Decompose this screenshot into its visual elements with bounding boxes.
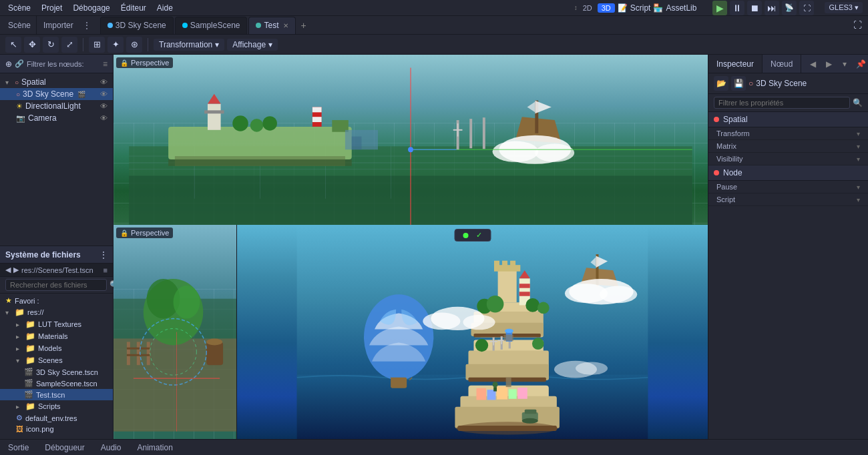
fs-res-root[interactable]: ▾ 📁 res:// xyxy=(0,306,113,318)
viewport-bottom-right[interactable]: ✓ xyxy=(237,225,708,439)
pause-btn[interactable]: ⏸ xyxy=(730,1,744,15)
menu-editeur[interactable]: Éditeur xyxy=(118,2,149,14)
gizmo-btn[interactable]: ✦ xyxy=(107,37,124,53)
menu-debogage[interactable]: Débogage xyxy=(70,2,112,14)
fs-scenes[interactable]: ▾ 📁 Scenes xyxy=(0,354,113,366)
move-btn[interactable]: ✥ xyxy=(24,37,40,53)
tab-inspecteur[interactable]: Inspecteur xyxy=(708,55,763,73)
insp-save-btn[interactable]: 💾 xyxy=(731,76,746,91)
inspector-transform[interactable]: Transform ▾ xyxy=(708,127,868,140)
local-btn[interactable]: ⊛ xyxy=(126,37,142,53)
insp-open-btn[interactable]: 📂 xyxy=(714,76,728,91)
fs-star-icon: ★ xyxy=(5,296,12,305)
inspector-matrix[interactable]: Matrix ▾ xyxy=(708,140,868,153)
fs-default-env[interactable]: ⚙ default_env.tres xyxy=(0,412,113,424)
tree-item-camera[interactable]: 📷 Camera 👁 xyxy=(0,112,113,124)
fs-scripts[interactable]: ▸ 📁 Scripts xyxy=(0,400,113,412)
mode-2d-btn[interactable]: 2D xyxy=(579,3,596,13)
fs-menu-btn[interactable]: ⋮ xyxy=(99,250,107,260)
inspector-search-icon[interactable]: 🔍 xyxy=(853,98,863,107)
tree-item-light[interactable]: ☀ DirectionalLight 👁 xyxy=(0,100,113,112)
insp-node-icon: ○ xyxy=(748,79,753,88)
insp-forward-btn[interactable]: ▶ xyxy=(821,57,836,71)
import-button[interactable]: Importer xyxy=(38,21,79,30)
tab-test[interactable]: Test ✕ xyxy=(248,17,295,34)
tabs-menu-btn[interactable]: ⋮ xyxy=(80,21,93,30)
inspector-nav: ◀ ▶ ▾ 📌 xyxy=(805,55,868,73)
bottom-tab-animation[interactable]: Animation xyxy=(134,442,175,454)
fs-back-btn[interactable]: ◀ xyxy=(5,266,11,274)
menu-scene[interactable]: Scène xyxy=(5,2,33,14)
fs-folder-icon: 📁 xyxy=(15,308,25,317)
inspector-node-section[interactable]: Node xyxy=(708,165,868,181)
menu-aide[interactable]: Aide xyxy=(154,2,176,14)
menu-projet[interactable]: Projet xyxy=(39,2,65,14)
fullscreen-btn[interactable]: ⛶ xyxy=(799,1,814,15)
viewport-top[interactable]: 🔒 Perspective xyxy=(114,55,708,225)
add-node-btn[interactable]: ⊕ xyxy=(5,59,12,69)
fs-res-arrow: ▾ xyxy=(5,309,12,316)
inspector-visibility[interactable]: Visibility ▾ xyxy=(708,153,868,165)
scene-tree-filter-icon[interactable]: ≡ xyxy=(103,59,107,69)
rotate-btn[interactable]: ↻ xyxy=(43,37,59,53)
fs-lut[interactable]: ▸ 📁 LUT Textures xyxy=(0,318,113,330)
assetlib-btn[interactable]: 🏪 AssetLib xyxy=(653,3,696,13)
bottom-tab-sortie[interactable]: Sortie xyxy=(5,442,31,454)
svg-rect-88 xyxy=(519,278,530,305)
fs-sky-file[interactable]: 🎬 3D Sky Scene.tscn xyxy=(0,366,113,378)
viewport-bottom-left[interactable]: 🔒 Perspective xyxy=(114,225,237,439)
tree-item-sky[interactable]: ○ 3D Sky Scene 🎬 👁 xyxy=(0,88,113,100)
fs-search-input[interactable] xyxy=(5,279,107,291)
insp-pin-btn[interactable]: 📌 xyxy=(853,57,868,71)
light-eye[interactable]: 👁 xyxy=(100,102,107,110)
affichage-dropdown[interactable]: Affichage ▾ xyxy=(227,39,278,51)
node-dot xyxy=(714,170,719,175)
select-btn[interactable]: ↖ xyxy=(5,37,21,53)
transform-dropdown[interactable]: Transformation ▾ xyxy=(154,39,224,51)
camera-eye[interactable]: 👁 xyxy=(100,114,107,122)
sky-eye[interactable]: 👁 xyxy=(100,90,107,98)
transform-prop-arrow: ▾ xyxy=(857,130,860,137)
svg-rect-110 xyxy=(509,389,517,398)
tab-noeud[interactable]: Nœud xyxy=(763,55,801,73)
fs-models[interactable]: ▸ 📁 Models xyxy=(0,342,113,354)
snap-btn[interactable]: ⊞ xyxy=(89,37,105,53)
step-btn[interactable]: ⏭ xyxy=(765,1,779,15)
scale-btn[interactable]: ⤢ xyxy=(61,37,77,53)
play-btn[interactable]: ▶ xyxy=(712,1,727,15)
camera-icon: 📷 xyxy=(16,114,25,123)
stop-btn[interactable]: ⏹ xyxy=(747,1,762,15)
insp-history-btn[interactable]: ▾ xyxy=(837,57,852,71)
inspector-search-input[interactable] xyxy=(714,97,850,109)
sky-circle-icon: ○ xyxy=(16,91,20,98)
tab-test-close[interactable]: ✕ xyxy=(283,22,288,29)
script-label: Script xyxy=(630,3,651,13)
fs-icon-png[interactable]: 🖼 icon.png xyxy=(0,424,113,434)
link-node-btn[interactable]: 🔗 xyxy=(15,59,24,68)
spatial-eye[interactable]: 👁 xyxy=(100,78,107,86)
fullscreen-viewport-btn[interactable]: ⛶ xyxy=(849,17,865,33)
fs-forward-btn[interactable]: ▶ xyxy=(13,266,19,274)
fs-favorites: ★ Favori : xyxy=(0,295,113,306)
inspector-spatial-section[interactable]: Spatial xyxy=(708,112,868,127)
fs-materials[interactable]: ▸ 📁 Materials xyxy=(0,330,113,342)
fs-sample-file[interactable]: 🎬 SampleScene.tscn xyxy=(0,378,113,389)
fs-test-file[interactable]: 🎬 Test.tscn xyxy=(0,389,113,400)
tab-sky-scene[interactable]: 3D Sky Scene xyxy=(100,17,174,34)
insp-back-btn[interactable]: ◀ xyxy=(805,57,820,71)
scene-search-input[interactable]: Filtrer les nœuds: xyxy=(27,60,100,68)
add-tab-btn[interactable]: + xyxy=(297,20,310,31)
bottom-tab-debogueur[interactable]: Débogueur xyxy=(42,442,87,454)
svg-rect-117 xyxy=(525,410,537,414)
tab-sample-scene[interactable]: SampleScene xyxy=(175,17,248,34)
inspector-pause[interactable]: Pause ▾ xyxy=(708,181,868,193)
spatial-label: Spatial xyxy=(21,77,46,87)
sync-btn[interactable]: 📡 xyxy=(782,1,797,15)
inspector-script[interactable]: Script ▾ xyxy=(708,193,868,206)
script-btn[interactable]: 📝 Script xyxy=(618,3,651,13)
gles-badge[interactable]: GLES3 ▾ xyxy=(825,2,863,13)
tree-item-spatial[interactable]: ▾ ○ Spatial 👁 xyxy=(0,76,113,88)
fs-list-icon[interactable]: ≡ xyxy=(103,266,107,274)
mode-3d-btn[interactable]: 3D xyxy=(598,3,615,13)
bottom-tab-audio[interactable]: Audio xyxy=(98,442,124,454)
